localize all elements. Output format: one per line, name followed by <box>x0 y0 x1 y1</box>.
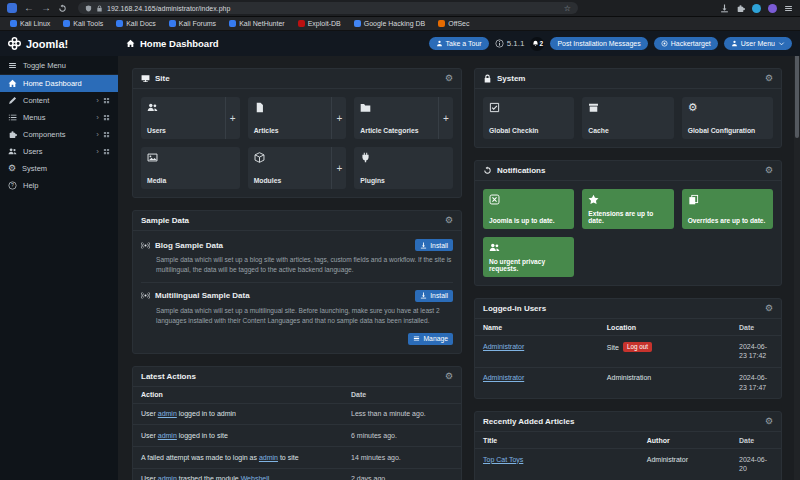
user-link[interactable]: admin <box>259 454 278 461</box>
bookmark-kali-linux[interactable]: Kali Linux <box>10 20 50 27</box>
table-row: A failed attempt was made to login as ad… <box>133 447 461 469</box>
install-blog-sample-button[interactable]: Install <box>415 239 453 251</box>
sidebar-item-help[interactable]: ? Help <box>0 177 118 194</box>
extensions-puzzle-icon[interactable] <box>736 4 745 13</box>
install-multilingual-sample-button[interactable]: Install <box>415 290 453 302</box>
notification-overrides-up-to-date[interactable]: Overrides are up to date. <box>682 189 773 229</box>
add-article-button[interactable]: + <box>331 97 346 139</box>
dashboard-content: Site ⚙ Users + Articles + Article Catego… <box>118 56 794 480</box>
sidebar-item-home-dashboard[interactable]: Home Dashboard <box>0 75 118 92</box>
sidebar-item-components[interactable]: Components › <box>0 126 118 143</box>
chevron-down-icon <box>778 40 785 47</box>
chevron-right-icon: › <box>96 114 99 122</box>
bookmark-google-hacking-db[interactable]: Google Hacking DB <box>354 20 425 27</box>
dashboard-grid-icon[interactable] <box>103 114 110 121</box>
card-settings-icon[interactable]: ⚙ <box>765 74 773 83</box>
dashboard-grid-icon[interactable] <box>103 148 110 155</box>
shortcut-cache[interactable]: Cache <box>582 97 673 139</box>
bookmark-kali-tools[interactable]: Kali Tools <box>63 20 103 27</box>
sidebar-item-content[interactable]: Content › <box>0 92 118 109</box>
recent-articles-table: Title Author Date Top Cat Toys Administr… <box>475 432 781 480</box>
user-link[interactable]: admin <box>158 475 177 480</box>
shortcut-users[interactable]: Users + <box>141 97 240 139</box>
sidebar-item-system[interactable]: ⚙ System <box>0 160 118 177</box>
card-settings-icon[interactable]: ⚙ <box>765 166 773 175</box>
bookmark-star-icon[interactable]: ☆ <box>564 4 571 13</box>
shortcut-plugins[interactable]: Plugins <box>354 147 453 189</box>
back-icon[interactable]: ← <box>24 3 34 13</box>
page-scrollbar[interactable] <box>794 31 800 480</box>
location-cell: SiteLog out <box>599 336 731 368</box>
browser-navbar: ← → 192.168.24.165/administrator/index.p… <box>0 0 800 17</box>
system-card: System ⚙ Global Checkin Cache ⚙Global Co… <box>474 68 782 148</box>
bookmark-exploit-db[interactable]: Exploit-DB <box>298 20 341 27</box>
dashboard-grid-icon[interactable] <box>103 97 110 104</box>
kali-icon <box>116 20 123 27</box>
module-link[interactable]: Webshell <box>241 475 270 480</box>
list-icon <box>413 335 420 342</box>
bookmark-kali-docs[interactable]: Kali Docs <box>116 20 156 27</box>
bookmark-kali-forums[interactable]: Kali Forums <box>169 20 216 27</box>
notifications-card: Notifications ⚙ Joomla is up to date. Ex… <box>474 160 782 286</box>
url-bar[interactable]: 192.168.24.165/administrator/index.php ☆ <box>78 2 578 14</box>
admin-header: Joomla! Home Dashboard Take a Tour 5.1.1… <box>0 31 800 56</box>
add-module-button[interactable]: + <box>331 147 346 189</box>
sidebar-toggle-menu[interactable]: Toggle Menu <box>0 56 118 75</box>
sidebar-item-users[interactable]: Users › <box>0 143 118 160</box>
bookmark-kali-nethunter[interactable]: Kali NetHunter <box>229 20 285 27</box>
notification-extensions-up-to-date[interactable]: Extensions are up to date. <box>582 189 673 229</box>
add-user-button[interactable]: + <box>225 97 240 139</box>
user-link[interactable]: admin <box>158 432 177 439</box>
version-label: 5.1.1 <box>495 39 525 48</box>
offsec-icon <box>438 20 445 27</box>
reload-icon[interactable] <box>58 4 67 13</box>
post-installation-messages-button[interactable]: Post Installation Messages <box>550 37 647 50</box>
card-title: Site <box>155 74 170 83</box>
logout-button[interactable]: Log out <box>623 342 652 352</box>
sidebar-item-menus[interactable]: Menus › <box>0 109 118 126</box>
user-link[interactable]: admin <box>158 410 177 417</box>
title-cell: Top Cat Toys <box>475 449 639 480</box>
card-settings-icon[interactable]: ⚙ <box>765 417 773 426</box>
shortcut-modules[interactable]: Modules + <box>248 147 347 189</box>
notification-privacy-requests[interactable]: No urgent privacy requests. <box>483 237 574 277</box>
shortcut-global-checkin[interactable]: Global Checkin <box>483 97 574 139</box>
notification-joomla-up-to-date[interactable]: Joomla is up to date. <box>483 189 574 229</box>
download-icon[interactable] <box>720 4 729 13</box>
shortcut-global-configuration[interactable]: ⚙Global Configuration <box>682 97 773 139</box>
take-a-tour-button[interactable]: Take a Tour <box>429 37 489 50</box>
svg-text:?: ? <box>11 182 14 188</box>
card-title: Logged-in Users <box>483 304 546 313</box>
joomla-brand[interactable]: Joomla! <box>8 37 118 50</box>
user-link[interactable]: Administrator <box>483 343 524 350</box>
user-link[interactable]: Administrator <box>483 374 524 381</box>
forward-icon[interactable]: → <box>41 3 51 13</box>
menu-icon[interactable] <box>784 4 793 13</box>
users-icon <box>8 147 17 156</box>
shortcut-article-categories[interactable]: Article Categories + <box>354 97 453 139</box>
add-category-button[interactable]: + <box>438 97 453 139</box>
folder-icon <box>360 102 371 113</box>
sample-data-card: Sample Data ⚙ Blog Sample Data Install S… <box>132 210 462 354</box>
dashboard-grid-icon[interactable] <box>103 131 110 138</box>
table-row: User admin logged in to site 6 minutes a… <box>133 425 461 447</box>
profile-avatar[interactable] <box>768 4 777 13</box>
site-card: Site ⚙ Users + Articles + Article Catego… <box>132 68 462 198</box>
proxy-extension-icon[interactable] <box>752 4 761 13</box>
card-settings-icon[interactable]: ⚙ <box>445 372 453 381</box>
card-settings-icon[interactable]: ⚙ <box>445 216 453 225</box>
manage-button[interactable]: Manage <box>408 333 453 345</box>
card-settings-icon[interactable]: ⚙ <box>765 304 773 313</box>
hackertarget-button[interactable]: Hackertarget <box>654 37 718 50</box>
info-icon <box>495 39 504 48</box>
messages-bell-badge[interactable]: 2 <box>530 37 544 51</box>
logged-in-users-table: Name Location Date Administrator SiteLog… <box>475 319 781 398</box>
shortcut-media[interactable]: Media <box>141 147 240 189</box>
app-icon[interactable] <box>7 3 17 13</box>
card-settings-icon[interactable]: ⚙ <box>445 74 453 83</box>
article-link[interactable]: Top Cat Toys <box>483 456 523 463</box>
user-menu-button[interactable]: User Menu <box>724 37 792 50</box>
bookmark-offsec[interactable]: OffSec <box>438 20 469 27</box>
header-actions: Take a Tour 5.1.1 2 Post Installation Me… <box>429 37 792 51</box>
shortcut-articles[interactable]: Articles + <box>248 97 347 139</box>
